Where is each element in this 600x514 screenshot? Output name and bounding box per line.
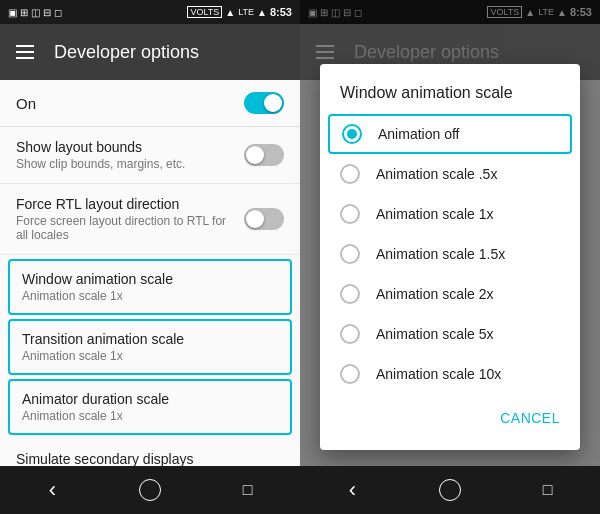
radio-label-animation-2x: Animation scale 2x <box>376 286 494 302</box>
radio-label-animation-off: Animation off <box>378 126 459 142</box>
radio-circle-animation-1x <box>340 204 360 224</box>
left-toolbar: Developer options <box>0 24 300 80</box>
recents-button[interactable]: □ <box>230 472 266 508</box>
lte-icon: LTE <box>238 7 254 17</box>
status-icon-4: ⊟ <box>43 7 51 18</box>
show-layout-bounds-item[interactable]: Show layout bounds Show clip bounds, mar… <box>0 127 300 184</box>
status-icon-2: ⊞ <box>20 7 28 18</box>
radio-circle-animation-5x <box>340 324 360 344</box>
left-nav-bar: ‹ □ <box>0 466 300 514</box>
animator-duration-title: Animator duration scale <box>22 391 278 407</box>
left-status-left-icons: ▣ ⊞ ◫ ⊟ ◻ <box>8 7 62 18</box>
settings-list: Show layout bounds Show clip bounds, mar… <box>0 127 300 466</box>
radio-circle-animation-10x <box>340 364 360 384</box>
status-icon-5: ◻ <box>54 7 62 18</box>
radio-circle-animation-2x <box>340 284 360 304</box>
wifi-icon: ▲ <box>225 7 235 18</box>
animator-duration-item[interactable]: Animator duration scale Animation scale … <box>8 379 292 435</box>
radio-label-animation-1x: Animation scale 1x <box>376 206 494 222</box>
dialog-overlay: Window animation scale Animation off Ani… <box>300 0 600 514</box>
dialog-actions: CANCEL <box>320 394 580 450</box>
radio-label-animation-5x: Animation scale 5x <box>376 326 494 342</box>
left-panel: ▣ ⊞ ◫ ⊟ ◻ VOLTS ▲ LTE ▲ 8:53 Developer o… <box>0 0 300 514</box>
show-layout-sub: Show clip bounds, margins, etc. <box>16 157 185 171</box>
developer-toggle-row: On <box>0 80 300 127</box>
hamburger-menu[interactable] <box>16 45 34 59</box>
show-layout-title: Show layout bounds <box>16 139 185 155</box>
simulate-secondary-title: Simulate secondary displays <box>16 451 284 466</box>
back-button[interactable]: ‹ <box>34 472 70 508</box>
right-panel: ▣ ⊞ ◫ ⊟ ◻ VOLTS ▲ LTE ▲ 8:53 Developer o… <box>300 0 600 514</box>
force-rtl-toggle[interactable] <box>244 208 284 230</box>
volts-icon: VOLTS <box>187 6 222 18</box>
r-recents-button[interactable]: □ <box>530 472 566 508</box>
left-toolbar-title: Developer options <box>54 42 199 63</box>
window-animation-title: Window animation scale <box>22 271 278 287</box>
transition-animation-title: Transition animation scale <box>22 331 278 347</box>
radio-animation-half[interactable]: Animation scale .5x <box>324 154 576 194</box>
left-status-right-icons: VOLTS ▲ LTE ▲ 8:53 <box>187 6 292 18</box>
dialog-title: Window animation scale <box>320 64 580 114</box>
developer-toggle[interactable] <box>244 92 284 114</box>
radio-animation-10x[interactable]: Animation scale 10x <box>324 354 576 394</box>
left-status-bar: ▣ ⊞ ◫ ⊟ ◻ VOLTS ▲ LTE ▲ 8:53 <box>0 0 300 24</box>
radio-animation-1x[interactable]: Animation scale 1x <box>324 194 576 234</box>
right-nav-bar: ‹ □ <box>300 466 600 514</box>
force-rtl-sub: Force screen layout direction to RTL for… <box>16 214 232 242</box>
radio-circle-animation-half <box>340 164 360 184</box>
radio-animation-15x[interactable]: Animation scale 1.5x <box>324 234 576 274</box>
r-back-button[interactable]: ‹ <box>334 472 370 508</box>
signal-icon: ▲ <box>257 7 267 18</box>
radio-label-animation-15x: Animation scale 1.5x <box>376 246 505 262</box>
home-button[interactable] <box>139 479 161 501</box>
radio-label-animation-10x: Animation scale 10x <box>376 366 501 382</box>
radio-circle-animation-15x <box>340 244 360 264</box>
status-icon-3: ◫ <box>31 7 40 18</box>
r-home-button[interactable] <box>439 479 461 501</box>
radio-circle-animation-off <box>342 124 362 144</box>
status-icon-1: ▣ <box>8 7 17 18</box>
transition-animation-sub: Animation scale 1x <box>22 349 278 363</box>
dialog-options: Animation off Animation scale .5x Animat… <box>320 114 580 394</box>
simulate-secondary-item[interactable]: Simulate secondary displays None <box>0 439 300 466</box>
transition-animation-item[interactable]: Transition animation scale Animation sca… <box>8 319 292 375</box>
radio-animation-5x[interactable]: Animation scale 5x <box>324 314 576 354</box>
force-rtl-title: Force RTL layout direction <box>16 196 232 212</box>
left-time: 8:53 <box>270 6 292 18</box>
show-layout-toggle[interactable] <box>244 144 284 166</box>
window-animation-dialog: Window animation scale Animation off Ani… <box>320 64 580 450</box>
force-rtl-item[interactable]: Force RTL layout direction Force screen … <box>0 184 300 255</box>
window-animation-item[interactable]: Window animation scale Animation scale 1… <box>8 259 292 315</box>
animator-duration-sub: Animation scale 1x <box>22 409 278 423</box>
radio-animation-2x[interactable]: Animation scale 2x <box>324 274 576 314</box>
cancel-button[interactable]: CANCEL <box>496 402 564 434</box>
developer-toggle-label: On <box>16 95 36 112</box>
radio-label-animation-half: Animation scale .5x <box>376 166 497 182</box>
radio-animation-off[interactable]: Animation off <box>328 114 572 154</box>
window-animation-sub: Animation scale 1x <box>22 289 278 303</box>
